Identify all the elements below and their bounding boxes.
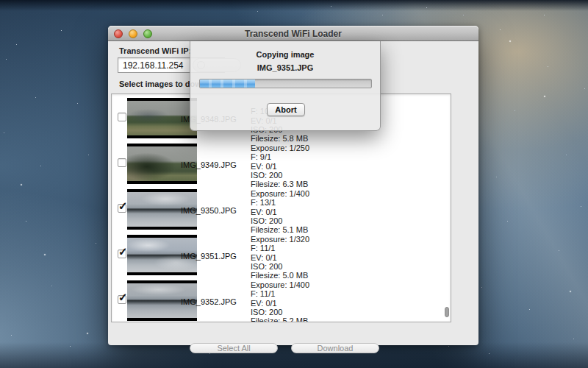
exif-line: Exposure: 1/250	[251, 144, 309, 152]
image-filename: IMG_9351.JPG	[181, 252, 237, 261]
image-filename: IMG_9350.JPG	[181, 206, 237, 215]
image-checkbox[interactable]	[118, 113, 126, 121]
select-all-button[interactable]: Select All	[190, 343, 278, 353]
exif-line: ISO: 200	[251, 308, 309, 316]
image-checkbox[interactable]: ✓	[118, 250, 126, 258]
exif-line: Filesize: 5.2 MB	[251, 316, 309, 322]
list-item[interactable]: ✓ IMG_9350.JPG Exposure: 1/400F: 13/1EV:…	[112, 188, 451, 233]
image-checkbox[interactable]: ✓	[118, 295, 126, 304]
abort-button[interactable]: Abort	[267, 103, 305, 116]
list-item[interactable]: IMG_9349.JPG Exposure: 1/250F: 9/1EV: 0/…	[112, 142, 451, 188]
exif-line: F: 13/1	[251, 198, 309, 207]
exif-line: Exposure: 1/320	[251, 235, 309, 244]
image-filename: IMG_9352.JPG	[181, 297, 237, 306]
exif-line: EV: 0/1	[251, 162, 309, 171]
app-window: Transcend WiFi Loader Transcend WiFi IP:…	[108, 26, 478, 345]
copying-filename: IMG_9351.JPG	[190, 63, 380, 72]
starfield-bright	[0, 0, 1, 1]
exif-details: Exposure: 1/400F: 11/1EV: 0/1ISO: 200Fil…	[251, 280, 309, 322]
exif-details: Exposure: 1/320F: 11/1EV: 0/1ISO: 200Fil…	[251, 235, 309, 280]
exif-line: ISO: 200	[251, 171, 309, 180]
checkmark-icon: ✓	[118, 200, 128, 211]
exif-details: Exposure: 1/400F: 13/1EV: 0/1ISO: 200Fil…	[251, 189, 309, 234]
exif-line: ISO: 200	[251, 216, 309, 225]
exif-details: Exposure: 1/250F: 9/1EV: 0/1ISO: 200File…	[251, 144, 309, 188]
window-content: Transcend WiFi IP: Select images to down…	[108, 41, 478, 345]
image-filename: IMG_9349.JPG	[181, 160, 237, 169]
exif-line: EV: 0/1	[251, 208, 309, 216]
exif-line: F: 11/1	[251, 289, 309, 298]
exif-line: F: 11/1	[251, 244, 309, 252]
image-checkbox[interactable]	[118, 158, 126, 167]
title-bar[interactable]: Transcend WiFi Loader	[108, 26, 478, 41]
scrollbar-thumb[interactable]	[445, 307, 449, 317]
exif-line: Exposure: 1/400	[251, 280, 309, 289]
exif-line: ISO: 200	[251, 262, 309, 271]
list-item[interactable]: ✓ IMG_9352.JPG Exposure: 1/400F: 11/1EV:…	[112, 279, 451, 322]
exif-line: EV: 0/1	[251, 253, 309, 262]
exif-line: EV: 0/1	[251, 299, 309, 308]
download-button[interactable]: Download	[291, 343, 379, 353]
copy-progress-sheet: Copying image IMG_9351.JPG Abort	[190, 41, 381, 131]
progress-bar	[199, 79, 372, 88]
exif-line: Exposure: 1/400	[251, 189, 309, 198]
exif-line: F: 9/1	[251, 152, 309, 161]
ip-label: Transcend WiFi IP:	[119, 46, 191, 55]
window-title: Transcend WiFi Loader	[108, 29, 478, 39]
list-item[interactable]: ✓ IMG_9351.JPG Exposure: 1/320F: 11/1EV:…	[112, 233, 451, 279]
sheet-title: Copying image	[190, 50, 380, 59]
progress-bar-fill	[200, 79, 255, 88]
checkmark-icon: ✓	[118, 246, 128, 257]
image-checkbox[interactable]: ✓	[118, 204, 126, 213]
checkmark-icon: ✓	[118, 291, 128, 302]
